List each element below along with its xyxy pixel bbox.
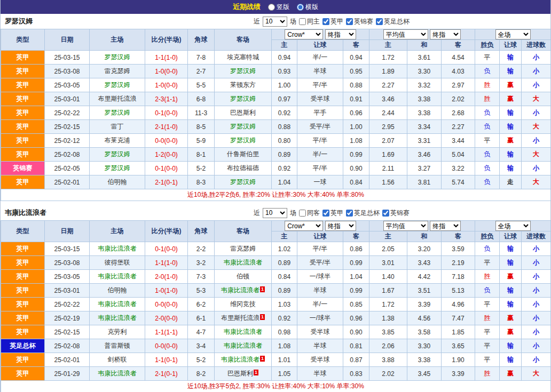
- euro-away-odds: 1.85: [442, 325, 475, 339]
- match-score-cell: 1-0(0-0): [145, 65, 188, 78]
- league-checkbox[interactable]: [346, 18, 353, 25]
- league-badge: 英甲: [1, 325, 45, 339]
- match-row: 英甲25-03-01布里斯托流浪2-3(1-1)6-8罗瑟汉姆0.97受半球0.…: [1, 92, 551, 106]
- euro-home-odds: 1.38: [369, 311, 407, 325]
- match-date: 25-02-22: [45, 298, 90, 311]
- goals-result-cell: 小: [522, 311, 551, 325]
- match-row: 英甲25-03-01伯明翰1-0(1-0)5-3韦康比流浪者10.89半球0.9…: [1, 284, 551, 298]
- league-checkbox[interactable]: [346, 210, 353, 217]
- horizontal-radio-input[interactable]: [297, 4, 304, 11]
- league-filter-2[interactable]: 英锦赛: [346, 17, 373, 26]
- scope-select[interactable]: 全场: [495, 29, 531, 39]
- asia-handicap: 受半球: [297, 92, 343, 106]
- layout-radio-vertical[interactable]: 竖版: [268, 3, 289, 12]
- league-filter-label: 英甲: [330, 209, 343, 218]
- league-filter-1[interactable]: 英甲: [322, 17, 343, 26]
- col-header-goals: 进球数: [522, 231, 551, 242]
- home-team-cell: 雷丁: [90, 120, 145, 134]
- home-team-cell: 罗瑟汉姆: [90, 148, 145, 162]
- league-filter-3[interactable]: 英足总杯: [376, 17, 410, 26]
- cover-result-cell: 输: [500, 65, 522, 78]
- league-checkbox[interactable]: [376, 18, 383, 25]
- league-badge: 英甲: [1, 270, 45, 284]
- league-badge: 英甲: [1, 65, 45, 78]
- euro-draw-odds: 3.46: [407, 148, 442, 162]
- header-select-row: 类型 日期 主场 比分(半场) 角球 客场 Crow* 终指 平均值 终指: [1, 29, 551, 40]
- col-header-euro-home: 主: [369, 40, 407, 51]
- league-checkbox[interactable]: [322, 18, 329, 25]
- col-header-date: 日期: [45, 221, 90, 242]
- col-header-euro-draw: 和: [407, 231, 442, 242]
- asia-company-select[interactable]: Crow*: [285, 29, 323, 39]
- opponent-team-name: 埃克塞特城: [227, 53, 259, 61]
- col-header-euro-away: 客: [442, 40, 475, 51]
- same-venue-checkbox[interactable]: [299, 210, 306, 217]
- league-filter-3[interactable]: 英锦赛: [382, 209, 410, 218]
- layout-radio-horizontal[interactable]: 横版: [297, 3, 318, 12]
- asia-company-select[interactable]: Crow*: [285, 221, 323, 231]
- euro-draw-odds: 3.58: [407, 325, 442, 339]
- match-row: 英锦赛25-02-05罗瑟汉姆0-1(0-0)5-2布拉德福德0.92平/半0.…: [1, 162, 551, 175]
- cover-result-cell: 赢: [500, 270, 522, 284]
- red-card-badge: 1: [260, 286, 265, 292]
- match-row: 英甲25-02-01剑桥联1-1(0-1)5-2韦康比流浪者11.01受半球0.…: [1, 353, 551, 367]
- euro-company-select[interactable]: 平均值: [383, 221, 428, 231]
- asia-handicap: 半/一: [297, 51, 343, 65]
- opponent-team-name: 克劳利: [108, 328, 127, 335]
- result-cell: 胜: [475, 78, 500, 92]
- corner-score-cell: 5-3: [188, 284, 215, 298]
- cover-result-cell: 输: [500, 148, 522, 162]
- euro-away-odds: 3.44: [442, 134, 475, 148]
- result-cell: 负: [475, 106, 500, 120]
- asia-home-odds: 0.92: [272, 311, 297, 325]
- euro-home-odds: 2.06: [369, 339, 407, 353]
- col-header-cover: 让球: [500, 231, 522, 242]
- corner-score-cell: 8-3: [188, 175, 215, 189]
- same-venue-checkbox[interactable]: [299, 18, 306, 25]
- match-date: 25-02-01: [45, 175, 90, 189]
- asia-stage-select[interactable]: 终指: [325, 29, 356, 39]
- euro-stage-select[interactable]: 终指: [430, 221, 461, 231]
- match-row: 英甲25-02-01伯明翰2-1(0-1)8-3罗瑟汉姆1.04一球0.841.…: [1, 175, 551, 189]
- match-score-cell: 1-1(0-1): [145, 353, 188, 367]
- goals-result-cell: 小: [522, 325, 551, 339]
- recent-count-select[interactable]: 10: [263, 208, 287, 218]
- opponent-team-name: 什鲁斯伯里: [227, 150, 259, 158]
- home-team-cell: 伯明翰: [90, 284, 145, 298]
- asia-handicap: 半球: [297, 367, 343, 381]
- match-score-cell: 0-1(0-0): [145, 106, 188, 120]
- col-header-away: 客场: [215, 221, 272, 242]
- euro-home-odds: 1.89: [369, 65, 407, 78]
- away-team-cell: 布拉德福德: [215, 162, 272, 175]
- scope-select[interactable]: 全场: [495, 221, 531, 231]
- league-checkbox[interactable]: [382, 210, 389, 217]
- focus-team-name: 韦康比流浪者: [98, 370, 137, 377]
- recent-count-select[interactable]: 10: [263, 17, 287, 27]
- recent-results-page: 近期战绩 竖版 横版 罗瑟汉姆 近 10 场 同主 英甲: [0, 0, 551, 392]
- col-header-cover: 让球: [500, 40, 522, 51]
- same-venue-filter[interactable]: 同客: [299, 209, 320, 218]
- cover-result-cell: 输: [500, 51, 522, 65]
- away-team-cell: 罗瑟汉姆: [215, 134, 272, 148]
- league-filter-2[interactable]: 英足总杯: [346, 209, 380, 218]
- euro-stage-select[interactable]: 终指: [430, 29, 461, 39]
- goals-result-cell: 小: [522, 284, 551, 298]
- league-checkbox[interactable]: [322, 210, 329, 217]
- league-badge: 英甲: [1, 92, 45, 106]
- league-filter-1[interactable]: 英甲: [322, 209, 343, 218]
- match-row: 英甲25-02-22韦康比流浪者0-0(0-0)6-2维冈竞技1.03半/一0.…: [1, 298, 551, 311]
- away-team-cell: 罗瑟汉姆: [215, 175, 272, 189]
- same-venue-filter[interactable]: 同主: [299, 17, 320, 26]
- focus-team-name: 韦康比流浪者: [224, 342, 262, 349]
- euro-draw-odds: 3.39: [407, 298, 442, 311]
- match-row: 英甲25-03-15韦康比流浪者0-1(0-0)2-2雷克瑟姆1.02平/半0.…: [1, 242, 551, 256]
- opponent-team-name: 彼得堡联: [105, 259, 130, 266]
- asia-away-odds: 1.08: [343, 134, 369, 148]
- vertical-radio-input[interactable]: [268, 4, 275, 11]
- goals-result-cell: 小: [522, 162, 551, 175]
- result-cell: 平: [475, 51, 500, 65]
- asia-stage-select[interactable]: 终指: [325, 221, 356, 231]
- euro-home-odds: 2.02: [369, 367, 407, 381]
- asia-away-odds: 0.90: [343, 162, 369, 175]
- euro-company-select[interactable]: 平均值: [383, 29, 428, 39]
